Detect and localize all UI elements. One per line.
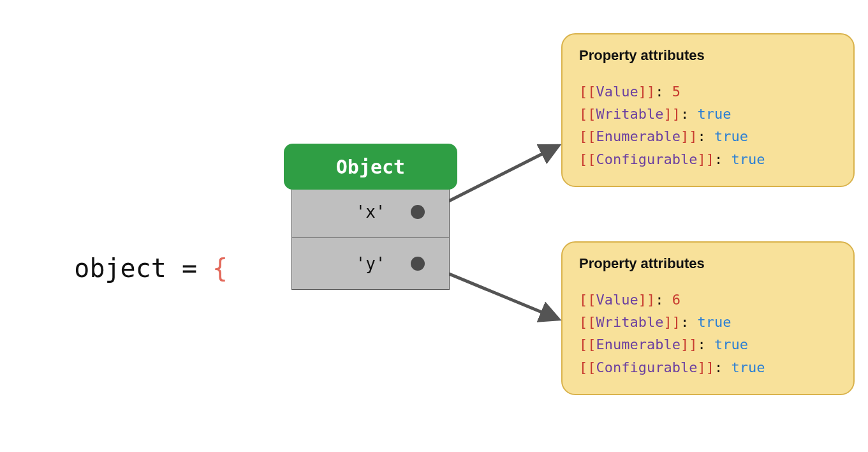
code-object-literal: object = { x: 5, y: 6, }; (13, 89, 228, 452)
panel-body-x: [[Value]]: 5 [[Writable]]: true [[Enumer… (579, 80, 837, 170)
attr-configurable-x: [[Configurable]]: true (579, 148, 837, 170)
panel-body-y: [[Value]]: 6 [[Writable]]: true [[Enumer… (579, 289, 837, 379)
slot-label-x: 'x' (356, 202, 386, 222)
object-diagram: Object 'x' 'y' (284, 144, 457, 290)
attr-configurable-y: [[Configurable]]: true (579, 356, 837, 379)
code-line-1: object = { (13, 192, 228, 345)
attr-writable-x: [[Writable]]: true (579, 103, 837, 125)
code-var-name: object (74, 253, 166, 283)
attr-enumerable-x: [[Enumerable]]: true (579, 125, 837, 147)
attr-value-y: [[Value]]: 6 (579, 289, 837, 311)
object-slot-x: 'x' (291, 186, 450, 238)
property-attributes-panel-x: Property attributes [[Value]]: 5 [[Writa… (561, 33, 855, 187)
panel-title-y: Property attributes (579, 255, 837, 272)
code-line-2: x: 5, (13, 447, 228, 452)
code-eq: = (166, 253, 212, 283)
property-attributes-panel-y: Property attributes [[Value]]: 6 [[Writa… (561, 241, 855, 395)
attr-value-x: [[Value]]: 5 (579, 80, 837, 103)
object-slots: 'x' 'y' (291, 186, 450, 290)
object-slot-y: 'y' (291, 237, 450, 290)
pointer-dot-x (411, 205, 425, 219)
attr-enumerable-y: [[Enumerable]]: true (579, 333, 837, 356)
code-open-brace: { (212, 253, 228, 283)
slot-label-y: 'y' (356, 254, 386, 273)
object-header: Object (284, 144, 457, 190)
attr-writable-y: [[Writable]]: true (579, 311, 837, 333)
panel-title-x: Property attributes (579, 47, 837, 64)
pointer-dot-y (411, 257, 425, 271)
